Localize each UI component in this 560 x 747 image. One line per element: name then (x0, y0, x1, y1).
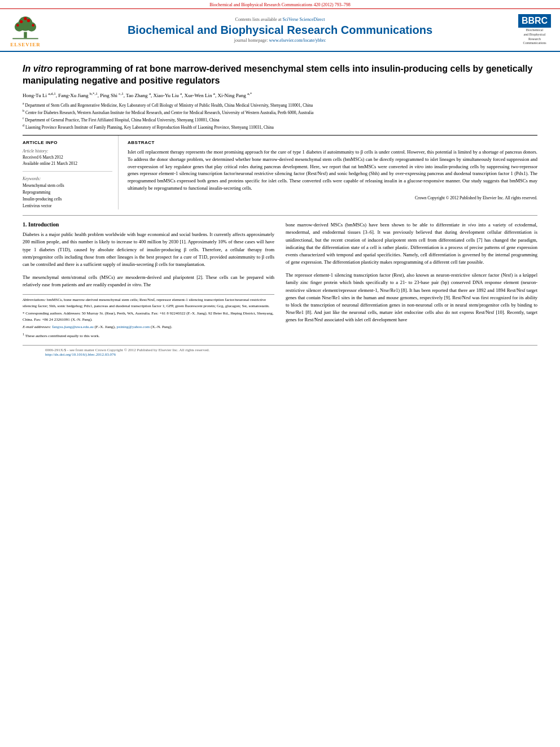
journal-citation: Biochemical and Biophysical Research Com… (209, 2, 351, 7)
footnote-equal: 1 These authors contributed equally to t… (23, 332, 274, 339)
footnote-email: E-mail addresses: fangxu.jiang@uwa.edu.a… (23, 324, 274, 330)
keyword-1: Mesenchymal stem cells (23, 182, 112, 189)
affiliation-a: a Department of Stem Cells and Regenerat… (23, 101, 537, 108)
article-title: In vitro reprogramming of rat bone marro… (23, 63, 537, 87)
elsevier-logo: ELSEVIER (6, 12, 45, 47)
svg-rect-9 (12, 38, 38, 39)
affiliation-b: b Centre for Diabetes Research, Western … (23, 108, 537, 116)
keywords-list: Mesenchymal stem cells Reprogramming Ins… (23, 182, 112, 209)
abstract-text: Islet cell replacement therapy represent… (128, 148, 537, 192)
bbrc-logo: BBRC Biochemicaland BiophysicalResearchC… (515, 14, 554, 46)
elsevier-tree-icon (8, 12, 42, 41)
title-rest: reprogramming of rat bone marrow-derived… (23, 64, 532, 85)
affiliations: a Department of Stem Cells and Regenerat… (23, 101, 537, 130)
intro-paragraph-1: Diabetes is a major public health proble… (23, 231, 274, 268)
svg-point-7 (16, 24, 19, 27)
left-column: 1. Introduction Diabetes is a major publ… (23, 221, 274, 339)
journal-citation-bar: Biochemical and Biophysical Research Com… (0, 0, 560, 9)
homepage-url[interactable]: www.elsevier.com/locate/ybbrc (269, 38, 326, 43)
footnote-corresponding: * Corresponding authors. Addresses: 50 M… (23, 311, 274, 322)
keyword-2: Reprogramming (23, 189, 112, 196)
abstract-section: ABSTRACT Islet cell replacement therapy … (128, 136, 537, 209)
keyword-3: Insulin-producing cells (23, 196, 112, 203)
journal-homepage: journal homepage: www.elsevier.com/locat… (51, 38, 509, 43)
journal-center: Contents lists available at SciVerse Sci… (51, 17, 509, 43)
content-area: In vitro reprogramming of rat bone marro… (0, 52, 560, 365)
journal-header: ELSEVIER Contents lists available at Sci… (0, 9, 560, 52)
copyright-line: Crown Copyright © 2012 Published by Else… (128, 195, 537, 200)
authors-line: Hong-Tu Li a,d,1, Fang-Xu Jiang b,*,1, P… (23, 91, 537, 99)
abstract-title: ABSTRACT (128, 140, 537, 145)
keywords-label: Keywords: (23, 176, 112, 181)
introduction-heading: 1. Introduction (23, 221, 274, 228)
svg-point-5 (27, 19, 30, 22)
elsevier-brand: ELSEVIER (10, 42, 41, 47)
bbrc-letters: BBRC (518, 14, 551, 28)
svg-rect-0 (24, 32, 27, 38)
footnote-area: Abbreviations: bmMSCs, bone marrow-deriv… (23, 294, 274, 339)
received-date: Received 6 March 2012 (23, 155, 112, 161)
svg-point-3 (27, 22, 36, 31)
bottom-bar: 0006-291X/$ - see front matter Crown Cop… (23, 345, 537, 359)
right-paragraph-2: The repressor element-1 silencing transc… (286, 272, 537, 324)
journal-title: Biochemical and Biophysical Research Com… (51, 23, 509, 37)
bbrc-subtext: Biochemicaland BiophysicalResearchCommun… (523, 28, 546, 46)
affiliation-d: d Liaoning Province Research Institute o… (23, 123, 537, 130)
available-date: Available online 21 March 2012 (23, 161, 112, 167)
svg-point-6 (24, 17, 27, 20)
history-label: Article history: (23, 148, 112, 154)
affiliation-c: c Department of General Practice, The Fi… (23, 116, 537, 123)
intro-paragraph-2: The mesenchymal stem/stromal cells (MSCs… (23, 274, 274, 289)
email-pang[interactable]: pxining@yahoo.com (116, 325, 150, 329)
email-jiang[interactable]: fangxu.jiang@uwa.edu.au (52, 325, 94, 329)
title-italic: In vitro (23, 64, 53, 73)
keyword-4: Lentivirus vector (23, 203, 112, 209)
svg-point-2 (15, 22, 24, 31)
issn-text: 0006-291X/$ - see front matter Crown Cop… (45, 348, 209, 352)
footnote-abbreviations: Abbreviations: bmMSCs, bone marrow-deriv… (23, 297, 274, 309)
sciverse-text: Contents lists available at SciVerse Sci… (51, 17, 509, 22)
svg-point-4 (20, 20, 23, 23)
article-info-title: ARTICLE INFO (23, 140, 112, 145)
main-body: 1. Introduction Diabetes is a major publ… (23, 221, 537, 339)
section-divider (23, 215, 537, 216)
right-paragraph-1: bone marrow-derived MSCs (bmMSCs) have b… (286, 221, 537, 266)
right-column: bone marrow-derived MSCs (bmMSCs) have b… (286, 221, 537, 339)
article-info: ARTICLE INFO Article history: Received 6… (23, 136, 119, 209)
svg-point-8 (32, 24, 34, 27)
doi-link[interactable]: http://dx.doi.org/10.1016/j.bbrc.2012.03… (45, 352, 116, 357)
info-abstract-row: ARTICLE INFO Article history: Received 6… (23, 135, 537, 209)
